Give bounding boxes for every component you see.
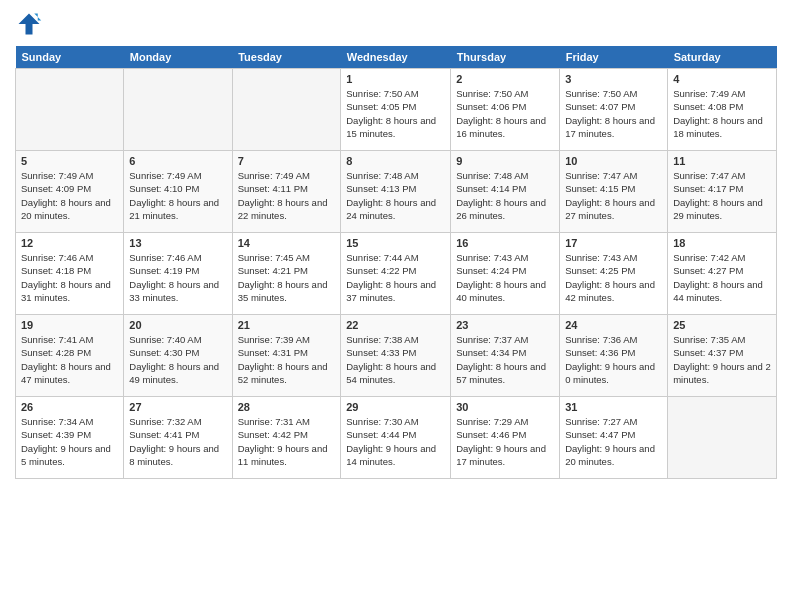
- calendar-cell: 14Sunrise: 7:45 AM Sunset: 4:21 PM Dayli…: [232, 233, 341, 315]
- day-number: 16: [456, 237, 554, 249]
- day-info: Sunrise: 7:46 AM Sunset: 4:18 PM Dayligh…: [21, 251, 118, 304]
- day-number: 6: [129, 155, 226, 167]
- calendar-cell: 12Sunrise: 7:46 AM Sunset: 4:18 PM Dayli…: [16, 233, 124, 315]
- day-number: 14: [238, 237, 336, 249]
- day-info: Sunrise: 7:50 AM Sunset: 4:06 PM Dayligh…: [456, 87, 554, 140]
- calendar-cell: 9Sunrise: 7:48 AM Sunset: 4:14 PM Daylig…: [451, 151, 560, 233]
- day-number: 7: [238, 155, 336, 167]
- day-number: 8: [346, 155, 445, 167]
- page-container: SundayMondayTuesdayWednesdayThursdayFrid…: [0, 0, 792, 612]
- calendar-cell: 29Sunrise: 7:30 AM Sunset: 4:44 PM Dayli…: [341, 397, 451, 479]
- calendar-cell: 20Sunrise: 7:40 AM Sunset: 4:30 PM Dayli…: [124, 315, 232, 397]
- calendar-table: SundayMondayTuesdayWednesdayThursdayFrid…: [15, 46, 777, 479]
- calendar-cell: 27Sunrise: 7:32 AM Sunset: 4:41 PM Dayli…: [124, 397, 232, 479]
- calendar-cell: 15Sunrise: 7:44 AM Sunset: 4:22 PM Dayli…: [341, 233, 451, 315]
- day-info: Sunrise: 7:47 AM Sunset: 4:15 PM Dayligh…: [565, 169, 662, 222]
- day-number: 29: [346, 401, 445, 413]
- calendar-cell: 5Sunrise: 7:49 AM Sunset: 4:09 PM Daylig…: [16, 151, 124, 233]
- day-number: 18: [673, 237, 771, 249]
- day-info: Sunrise: 7:31 AM Sunset: 4:42 PM Dayligh…: [238, 415, 336, 468]
- day-info: Sunrise: 7:44 AM Sunset: 4:22 PM Dayligh…: [346, 251, 445, 304]
- day-info: Sunrise: 7:48 AM Sunset: 4:14 PM Dayligh…: [456, 169, 554, 222]
- day-info: Sunrise: 7:32 AM Sunset: 4:41 PM Dayligh…: [129, 415, 226, 468]
- day-info: Sunrise: 7:39 AM Sunset: 4:31 PM Dayligh…: [238, 333, 336, 386]
- calendar-week-row: 19Sunrise: 7:41 AM Sunset: 4:28 PM Dayli…: [16, 315, 777, 397]
- calendar-cell: [16, 69, 124, 151]
- day-number: 4: [673, 73, 771, 85]
- day-info: Sunrise: 7:40 AM Sunset: 4:30 PM Dayligh…: [129, 333, 226, 386]
- day-number: 5: [21, 155, 118, 167]
- day-info: Sunrise: 7:50 AM Sunset: 4:05 PM Dayligh…: [346, 87, 445, 140]
- day-number: 17: [565, 237, 662, 249]
- day-number: 1: [346, 73, 445, 85]
- day-info: Sunrise: 7:50 AM Sunset: 4:07 PM Dayligh…: [565, 87, 662, 140]
- header: [15, 10, 777, 38]
- day-number: 11: [673, 155, 771, 167]
- day-number: 26: [21, 401, 118, 413]
- day-number: 9: [456, 155, 554, 167]
- calendar-cell: 18Sunrise: 7:42 AM Sunset: 4:27 PM Dayli…: [668, 233, 777, 315]
- calendar-cell: 11Sunrise: 7:47 AM Sunset: 4:17 PM Dayli…: [668, 151, 777, 233]
- day-info: Sunrise: 7:36 AM Sunset: 4:36 PM Dayligh…: [565, 333, 662, 386]
- col-header-friday: Friday: [560, 46, 668, 69]
- day-info: Sunrise: 7:46 AM Sunset: 4:19 PM Dayligh…: [129, 251, 226, 304]
- day-info: Sunrise: 7:49 AM Sunset: 4:10 PM Dayligh…: [129, 169, 226, 222]
- day-number: 2: [456, 73, 554, 85]
- calendar-cell: 30Sunrise: 7:29 AM Sunset: 4:46 PM Dayli…: [451, 397, 560, 479]
- calendar-cell: 17Sunrise: 7:43 AM Sunset: 4:25 PM Dayli…: [560, 233, 668, 315]
- col-header-wednesday: Wednesday: [341, 46, 451, 69]
- day-info: Sunrise: 7:27 AM Sunset: 4:47 PM Dayligh…: [565, 415, 662, 468]
- day-number: 19: [21, 319, 118, 331]
- calendar-cell: 23Sunrise: 7:37 AM Sunset: 4:34 PM Dayli…: [451, 315, 560, 397]
- day-number: 15: [346, 237, 445, 249]
- col-header-thursday: Thursday: [451, 46, 560, 69]
- day-info: Sunrise: 7:34 AM Sunset: 4:39 PM Dayligh…: [21, 415, 118, 468]
- col-header-saturday: Saturday: [668, 46, 777, 69]
- calendar-cell: 25Sunrise: 7:35 AM Sunset: 4:37 PM Dayli…: [668, 315, 777, 397]
- day-number: 25: [673, 319, 771, 331]
- calendar-cell: 16Sunrise: 7:43 AM Sunset: 4:24 PM Dayli…: [451, 233, 560, 315]
- calendar-header-row: SundayMondayTuesdayWednesdayThursdayFrid…: [16, 46, 777, 69]
- calendar-cell: 19Sunrise: 7:41 AM Sunset: 4:28 PM Dayli…: [16, 315, 124, 397]
- day-info: Sunrise: 7:42 AM Sunset: 4:27 PM Dayligh…: [673, 251, 771, 304]
- calendar-cell: [668, 397, 777, 479]
- day-number: 20: [129, 319, 226, 331]
- calendar-week-row: 12Sunrise: 7:46 AM Sunset: 4:18 PM Dayli…: [16, 233, 777, 315]
- day-number: 31: [565, 401, 662, 413]
- calendar-cell: 31Sunrise: 7:27 AM Sunset: 4:47 PM Dayli…: [560, 397, 668, 479]
- calendar-week-row: 1Sunrise: 7:50 AM Sunset: 4:05 PM Daylig…: [16, 69, 777, 151]
- day-number: 24: [565, 319, 662, 331]
- calendar-cell: 21Sunrise: 7:39 AM Sunset: 4:31 PM Dayli…: [232, 315, 341, 397]
- calendar-week-row: 5Sunrise: 7:49 AM Sunset: 4:09 PM Daylig…: [16, 151, 777, 233]
- day-info: Sunrise: 7:45 AM Sunset: 4:21 PM Dayligh…: [238, 251, 336, 304]
- calendar-cell: 7Sunrise: 7:49 AM Sunset: 4:11 PM Daylig…: [232, 151, 341, 233]
- day-info: Sunrise: 7:49 AM Sunset: 4:11 PM Dayligh…: [238, 169, 336, 222]
- calendar-cell: 6Sunrise: 7:49 AM Sunset: 4:10 PM Daylig…: [124, 151, 232, 233]
- day-info: Sunrise: 7:35 AM Sunset: 4:37 PM Dayligh…: [673, 333, 771, 386]
- calendar-cell: 1Sunrise: 7:50 AM Sunset: 4:05 PM Daylig…: [341, 69, 451, 151]
- logo-icon: [15, 10, 43, 38]
- day-info: Sunrise: 7:48 AM Sunset: 4:13 PM Dayligh…: [346, 169, 445, 222]
- day-number: 22: [346, 319, 445, 331]
- calendar-cell: 4Sunrise: 7:49 AM Sunset: 4:08 PM Daylig…: [668, 69, 777, 151]
- day-info: Sunrise: 7:38 AM Sunset: 4:33 PM Dayligh…: [346, 333, 445, 386]
- calendar-cell: 3Sunrise: 7:50 AM Sunset: 4:07 PM Daylig…: [560, 69, 668, 151]
- col-header-monday: Monday: [124, 46, 232, 69]
- svg-marker-0: [19, 14, 40, 35]
- calendar-cell: 28Sunrise: 7:31 AM Sunset: 4:42 PM Dayli…: [232, 397, 341, 479]
- day-info: Sunrise: 7:43 AM Sunset: 4:24 PM Dayligh…: [456, 251, 554, 304]
- calendar-cell: [124, 69, 232, 151]
- day-info: Sunrise: 7:43 AM Sunset: 4:25 PM Dayligh…: [565, 251, 662, 304]
- calendar-cell: 2Sunrise: 7:50 AM Sunset: 4:06 PM Daylig…: [451, 69, 560, 151]
- calendar-cell: 13Sunrise: 7:46 AM Sunset: 4:19 PM Dayli…: [124, 233, 232, 315]
- day-number: 28: [238, 401, 336, 413]
- day-number: 30: [456, 401, 554, 413]
- day-number: 3: [565, 73, 662, 85]
- calendar-cell: 26Sunrise: 7:34 AM Sunset: 4:39 PM Dayli…: [16, 397, 124, 479]
- day-info: Sunrise: 7:30 AM Sunset: 4:44 PM Dayligh…: [346, 415, 445, 468]
- day-number: 21: [238, 319, 336, 331]
- day-info: Sunrise: 7:49 AM Sunset: 4:09 PM Dayligh…: [21, 169, 118, 222]
- logo: [15, 10, 47, 38]
- calendar-cell: 10Sunrise: 7:47 AM Sunset: 4:15 PM Dayli…: [560, 151, 668, 233]
- calendar-cell: 8Sunrise: 7:48 AM Sunset: 4:13 PM Daylig…: [341, 151, 451, 233]
